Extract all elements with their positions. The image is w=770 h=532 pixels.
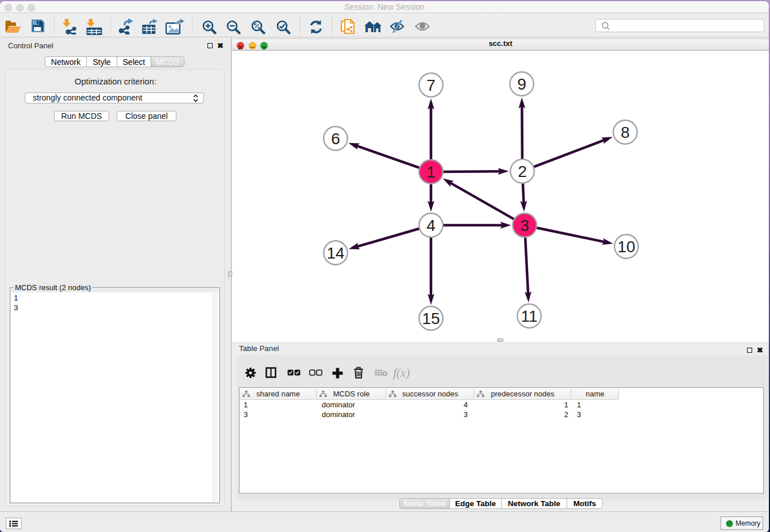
svg-text:6: 6 xyxy=(331,130,340,148)
svg-text:15: 15 xyxy=(422,310,440,327)
svg-text:2: 2 xyxy=(518,163,527,180)
svg-text:7: 7 xyxy=(426,76,436,94)
svg-text:3: 3 xyxy=(520,217,529,234)
svg-text:11: 11 xyxy=(521,307,537,325)
svg-text:10: 10 xyxy=(617,238,635,256)
svg-text:8: 8 xyxy=(621,124,630,141)
svg-text:1: 1 xyxy=(426,163,436,181)
svg-text:4: 4 xyxy=(426,217,436,234)
svg-text:9: 9 xyxy=(517,75,526,93)
svg-text:14: 14 xyxy=(326,244,344,262)
